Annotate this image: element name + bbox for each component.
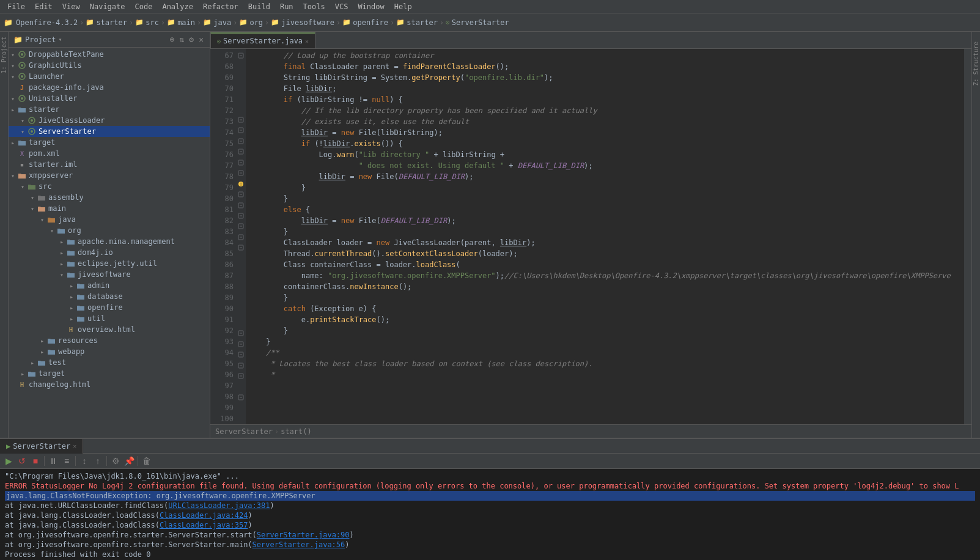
menu-refactor[interactable]: Refactor	[198, 1, 243, 12]
tree-item[interactable]: webapp	[9, 346, 210, 357]
gutter-item[interactable]	[236, 221, 246, 232]
tree-item[interactable]: JiveClassLoader	[9, 115, 210, 126]
gutter-item[interactable]	[236, 350, 246, 360]
project-expand-icon[interactable]: ⇅	[179, 34, 186, 45]
gutter-item[interactable]	[236, 157, 246, 168]
tree-item[interactable]: starter	[9, 104, 210, 115]
tree-item[interactable]: database	[9, 291, 210, 302]
breadcrumb-openfire[interactable]: openfire	[353, 18, 388, 27]
breadcrumb-main[interactable]: main	[177, 18, 195, 27]
tree-item[interactable]: org	[9, 225, 210, 236]
breadcrumb-starter[interactable]: starter	[96, 18, 127, 27]
menu-file[interactable]: File	[2, 1, 30, 12]
stop-button[interactable]: ■	[29, 455, 42, 467]
console-link[interactable]: URLClassLoader.java:381	[168, 501, 270, 510]
editor-tab-serverstarter[interactable]: ⊙ ServerStarter.java ✕	[210, 32, 315, 48]
menu-tools[interactable]: Tools	[298, 1, 330, 12]
gutter-item[interactable]	[236, 50, 246, 61]
project-settings-icon[interactable]: ⚙	[188, 34, 195, 45]
gutter-item[interactable]	[236, 114, 246, 125]
side-tab-structure[interactable]: Z: Structure	[972, 37, 980, 90]
tree-item[interactable]: admin	[9, 280, 210, 291]
gutter-item[interactable]	[236, 392, 246, 403]
code-area[interactable]: // Load up the bootstrap container final…	[246, 49, 964, 424]
rerun-button[interactable]: ↺	[16, 455, 28, 467]
breadcrumb-src[interactable]: src	[146, 18, 159, 27]
tree-item[interactable]: Hchangelog.html	[9, 379, 210, 390]
console-link[interactable]: ClassLoader.java:424	[160, 511, 248, 520]
edbc-start[interactable]: start()	[281, 427, 312, 436]
menu-vcs[interactable]: VCS	[330, 1, 353, 12]
gutter-item[interactable]	[236, 232, 246, 242]
project-locate-icon[interactable]: ⊕	[169, 34, 176, 45]
gutter-item[interactable]	[236, 146, 246, 157]
tree-item[interactable]: openfire	[9, 302, 210, 313]
tree-item[interactable]: Jpackage-info.java	[9, 82, 210, 93]
gutter-item[interactable]	[236, 371, 246, 381]
gutter-item[interactable]	[236, 189, 246, 199]
bottom-tab-run[interactable]: ▶ ServerStarter ✕	[0, 439, 83, 454]
tree-item[interactable]: java	[9, 214, 210, 225]
breadcrumb-java[interactable]: java	[213, 18, 231, 27]
side-tab-project[interactable]: 1: Project	[0, 32, 8, 78]
tree-item[interactable]: Xpom.xml	[9, 148, 210, 159]
tree-item[interactable]: ServerStarter	[9, 126, 210, 137]
console-link[interactable]: ClassLoader.java:357	[160, 521, 248, 529]
breadcrumb-jivesoftware[interactable]: jivesoftware	[281, 18, 334, 27]
tree-item[interactable]: eclipse.jetty.util	[9, 258, 210, 269]
tree-item[interactable]: Launcher	[9, 71, 210, 82]
menu-build[interactable]: Build	[243, 1, 275, 12]
tree-item[interactable]: apache.mina.management	[9, 236, 210, 247]
wrap-button[interactable]: ≡	[61, 455, 73, 467]
pause-button[interactable]: ⏸	[47, 455, 59, 467]
tree-item[interactable]: Hoverview.html	[9, 324, 210, 335]
tree-item[interactable]: DroppableTextPane	[9, 49, 210, 60]
gutter-item[interactable]	[236, 243, 246, 253]
bottom-tab-close[interactable]: ✕	[73, 443, 76, 449]
tree-item[interactable]: Uninstaller	[9, 93, 210, 104]
menu-navigate[interactable]: Navigate	[85, 1, 130, 12]
menu-window[interactable]: Window	[353, 1, 389, 12]
breadcrumb-org[interactable]: org	[249, 18, 263, 27]
project-close-icon[interactable]: ✕	[197, 34, 205, 45]
console-link[interactable]: ServerStarter.java:90	[257, 531, 350, 539]
tree-item[interactable]: resources	[9, 335, 210, 346]
tree-item[interactable]: assembly	[9, 192, 210, 203]
gutter-item[interactable]	[236, 339, 246, 349]
settings-button[interactable]: ⚙	[109, 455, 122, 467]
gutter-item[interactable]	[236, 125, 246, 135]
console-link[interactable]: ServerStarter.java:56	[252, 540, 345, 549]
gutter-item[interactable]	[236, 328, 246, 339]
project-dropdown-icon[interactable]: ▾	[59, 36, 62, 43]
tree-item[interactable]: target	[9, 368, 210, 379]
breadcrumb-serverstarter[interactable]: ServerStarter	[452, 18, 509, 27]
tree-item[interactable]: target	[9, 137, 210, 148]
menu-help[interactable]: Help	[389, 1, 417, 12]
tree-item[interactable]: ▪starter.iml	[9, 159, 210, 170]
gutter-item[interactable]	[236, 200, 246, 210]
tree-item[interactable]: dom4j.io	[9, 247, 210, 258]
tree-item[interactable]: test	[9, 357, 210, 368]
gutter-item[interactable]	[236, 360, 246, 370]
scroll-up-button[interactable]: ↑	[92, 455, 104, 467]
clear-button[interactable]: 🗑	[141, 455, 153, 467]
menu-edit[interactable]: Edit	[30, 1, 57, 12]
editor-tab-close[interactable]: ✕	[305, 38, 309, 45]
breadcrumb-project[interactable]: Openfire-4.3.2	[16, 18, 78, 27]
tree-item[interactable]: jivesoftware	[9, 269, 210, 280]
tree-item[interactable]: util	[9, 313, 210, 324]
tree-item[interactable]: main	[9, 203, 210, 214]
menu-code[interactable]: Code	[130, 1, 158, 12]
gutter-item[interactable]	[236, 168, 246, 178]
gutter-item[interactable]	[236, 136, 246, 146]
breadcrumb-starter-pkg[interactable]: starter	[407, 18, 438, 27]
run-button[interactable]: ▶	[2, 455, 15, 467]
pin-button[interactable]: 📌	[123, 455, 135, 467]
tree-item[interactable]: xmppserver	[9, 170, 210, 181]
scroll-to-end-button[interactable]: ↕	[78, 455, 90, 467]
menu-analyze[interactable]: Analyze	[157, 1, 198, 12]
gutter-item[interactable]: !	[236, 179, 246, 189]
tree-item[interactable]: GraphicUtils	[9, 60, 210, 71]
console-output[interactable]: "C:\Program Files\Java\jdk1.8.0_161\bin\…	[0, 469, 980, 560]
tree-item[interactable]: src	[9, 181, 210, 192]
